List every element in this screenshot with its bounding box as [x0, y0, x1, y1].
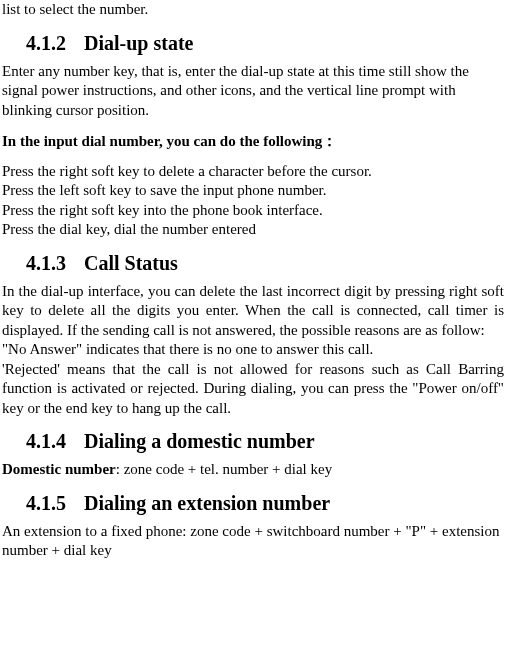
sec-412-bold-line: In the input dial number, you can do the…: [2, 132, 504, 152]
heading-414: 4.1.4Dialing a domestic number: [2, 428, 504, 454]
heading-412: 4.1.2Dial-up state: [2, 30, 504, 56]
sec-412-action-1: Press the right soft key to delete a cha…: [2, 162, 504, 182]
heading-412-number: 4.1.2: [26, 30, 66, 56]
heading-415-title: Dialing an extension number: [84, 492, 330, 514]
sec-413-para2: "No Answer" indicates that there is no o…: [2, 340, 504, 360]
sec-414-line: Domestic number: zone code + tel. number…: [2, 460, 504, 480]
heading-414-title: Dialing a domestic number: [84, 430, 315, 452]
sec-415-para: An extension to a fixed phone: zone code…: [2, 522, 504, 561]
heading-413: 4.1.3Call Status: [2, 250, 504, 276]
heading-414-number: 4.1.4: [26, 428, 66, 454]
sec-413-para3: 'Rejected' means that the call is not al…: [2, 360, 504, 419]
sec-412-action-4: Press the dial key, dial the number ente…: [2, 220, 504, 240]
heading-412-title: Dial-up state: [84, 32, 193, 54]
sec-412-action-2: Press the left soft key to save the inpu…: [2, 181, 504, 201]
sec-412-action-3: Press the right soft key into the phone …: [2, 201, 504, 221]
heading-413-title: Call Status: [84, 252, 178, 274]
heading-415-number: 4.1.5: [26, 490, 66, 516]
sec-414-line-suffix: : zone code + tel. number + dial key: [116, 461, 332, 477]
top-fragment-text: list to select the number.: [2, 0, 504, 20]
heading-413-number: 4.1.3: [26, 250, 66, 276]
sec-412-intro: Enter any number key, that is, enter the…: [2, 62, 504, 121]
sec-414-line-prefix: Domestic number: [2, 461, 116, 477]
sec-413-para1: In the dial-up interface, you can delete…: [2, 282, 504, 341]
heading-415: 4.1.5Dialing an extension number: [2, 490, 504, 516]
